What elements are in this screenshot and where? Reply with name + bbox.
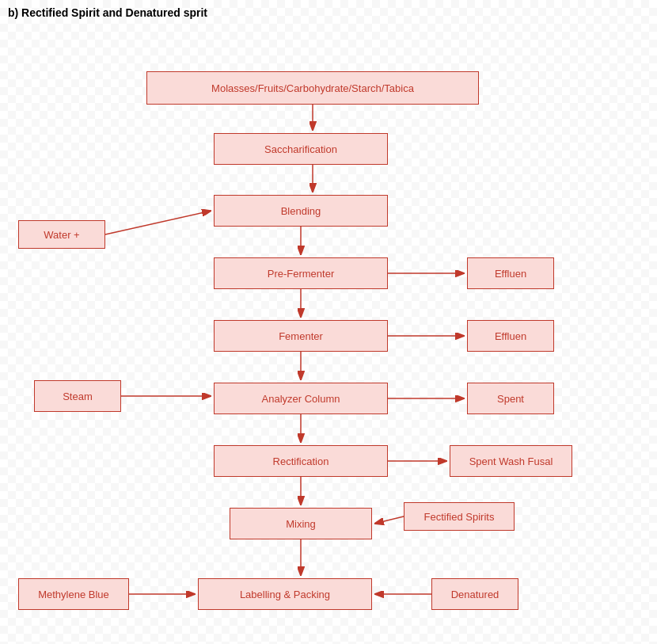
box-saccharification: Saccharification xyxy=(214,133,388,165)
box-spent: Spent xyxy=(467,383,554,414)
box-labelling-packing: Labelling & Packing xyxy=(198,578,372,610)
box-blending: Blending xyxy=(214,195,388,227)
box-molasses: Molasses/Fruits/Carbohydrate/Starch/Tabi… xyxy=(146,71,479,105)
svg-line-14 xyxy=(374,516,404,524)
page-content: b) Rectified Spirit and Denatured sprit … xyxy=(0,0,657,644)
box-pre-fermenter: Pre-Fermenter xyxy=(214,257,388,289)
page-title: b) Rectified Spirit and Denatured sprit xyxy=(8,6,207,19)
box-methylene-blue: Methylene Blue xyxy=(18,578,129,610)
box-rectification: Rectification xyxy=(214,445,388,477)
box-spent-wash-fusal: Spent Wash Fusal xyxy=(450,445,572,477)
box-mixing: Mixing xyxy=(230,508,372,539)
box-rectified-spirits: Fectified Spirits xyxy=(404,502,515,531)
box-fermenter: Fementer xyxy=(214,320,388,352)
box-denatured: Denatured xyxy=(431,578,518,610)
box-analyzer-column: Analyzer Column xyxy=(214,383,388,414)
box-steam: Steam xyxy=(34,380,121,412)
box-water: Water + xyxy=(18,220,105,249)
box-effluent1: Effluen xyxy=(467,257,554,289)
svg-line-3 xyxy=(105,211,211,234)
box-effluent2: Effluen xyxy=(467,320,554,352)
